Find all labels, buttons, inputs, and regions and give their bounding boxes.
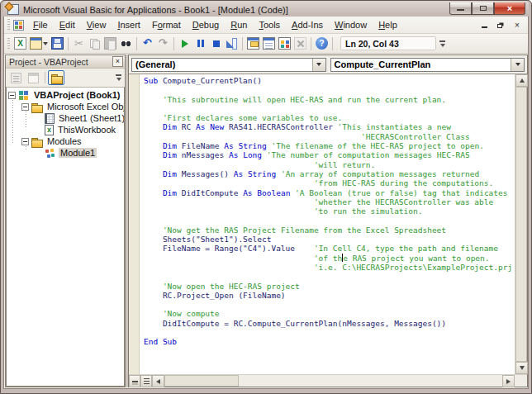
tree-item-label: Microsoft Excel Objects xyxy=(45,102,125,112)
redo-icon xyxy=(157,37,169,50)
insert-userform-button[interactable] xyxy=(28,36,44,51)
tree-item-label: Modules xyxy=(45,136,83,146)
folder-glyph-icon xyxy=(31,136,43,147)
properties-window-icon xyxy=(263,37,275,50)
design-mode-button[interactable] xyxy=(224,36,240,51)
toolbar-separator xyxy=(136,37,137,50)
properties-window-button[interactable] xyxy=(261,36,277,51)
toolbar-separator xyxy=(68,37,69,50)
menu-item-view[interactable]: View xyxy=(81,17,112,32)
close-button[interactable]: × xyxy=(494,2,525,15)
cut-button[interactable] xyxy=(71,36,87,51)
save-button[interactable] xyxy=(50,36,65,51)
chevron-down-icon[interactable] xyxy=(511,59,524,71)
chevron-down-icon[interactable] xyxy=(312,59,325,71)
code-line: Dim RC As New RAS41.HECRASController 'Th… xyxy=(144,122,515,131)
mdi-minimize-icon xyxy=(482,26,487,28)
code-line: FileName = Range("C4").Value 'In Cell C4… xyxy=(144,244,515,253)
code-line: 'whether the HECRASController was able xyxy=(144,197,515,206)
object-browser-button[interactable] xyxy=(277,36,292,51)
menubar-grip[interactable] xyxy=(7,19,10,31)
help-icon xyxy=(316,37,328,50)
panel-options-icon[interactable] xyxy=(116,74,121,81)
horizontal-scroll-thumb[interactable] xyxy=(164,375,239,387)
toolbar-separator xyxy=(242,37,243,50)
copy-button[interactable] xyxy=(87,36,102,51)
view-code-button[interactable] xyxy=(7,70,24,85)
project-explorer-button[interactable] xyxy=(245,36,261,51)
vertical-scrollbar[interactable] xyxy=(515,74,527,374)
maximize-button[interactable] xyxy=(472,2,494,15)
vertical-scroll-thumb[interactable] xyxy=(515,87,527,362)
menu-item-insert[interactable]: Insert xyxy=(112,17,146,32)
menu-item-window[interactable]: Window xyxy=(329,17,373,32)
chevron-down-icon[interactable] xyxy=(43,42,48,45)
collapse-icon[interactable] xyxy=(21,138,29,145)
code-line: Dim FileName As String 'The filename of … xyxy=(144,141,515,150)
horizontal-scroll-track[interactable] xyxy=(239,375,502,387)
code-line: 'Now get the RAS Project Filename from t… xyxy=(144,225,515,235)
tree-item-module1[interactable]: Module1 xyxy=(7,147,124,159)
tree-item-modules[interactable]: Modules xyxy=(7,135,124,147)
toggle-folders-button[interactable] xyxy=(48,70,64,85)
object-dropdown[interactable]: (General) xyxy=(131,58,326,72)
code-editor[interactable]: Sub Compute_CurrentPlan() 'This subrouti… xyxy=(140,74,515,374)
menu-item-debug[interactable]: Debug xyxy=(187,17,225,32)
paste-button[interactable] xyxy=(102,36,118,51)
toolbar-separator xyxy=(332,37,333,50)
code-line: Sub Compute_CurrentPlan() xyxy=(144,76,515,85)
toolbar-grip[interactable] xyxy=(7,38,10,50)
tree-item-thisworkbook[interactable]: ThisWorkbook xyxy=(7,124,124,135)
toolbox-icon xyxy=(294,37,306,50)
project-panel-close-button[interactable]: × xyxy=(112,56,123,67)
procedure-view-button[interactable] xyxy=(129,375,140,387)
menu-item-add-ins[interactable]: Add-Ins xyxy=(286,17,329,32)
procedure-dropdown[interactable]: Compute_CurrentPlan xyxy=(330,58,525,72)
break-button[interactable] xyxy=(192,36,208,51)
vba-document-icon[interactable] xyxy=(13,20,24,31)
tree-item-microsoft-excel-objects[interactable]: Microsoft Excel Objects xyxy=(7,101,124,112)
code-line: 'Now compute xyxy=(144,309,515,318)
mdi-restore-button[interactable] xyxy=(496,21,506,30)
menu-item-format[interactable]: Format xyxy=(146,17,187,32)
tree-item-sheet1-sheet1[interactable]: Sheet1 (Sheet1) xyxy=(7,112,124,124)
toolbox-button[interactable] xyxy=(292,36,308,51)
code-line: 'from HEC-RAS during the computations. xyxy=(144,178,515,188)
scroll-left-icon[interactable] xyxy=(152,375,164,387)
cut-icon xyxy=(73,37,85,50)
mdi-close-button[interactable]: × xyxy=(512,21,522,30)
tree-item-vbaproject-book1[interactable]: VBAProject (Book1) xyxy=(7,89,124,101)
code-line: Dim DidItCompute As Boolean 'A Boolean (… xyxy=(144,188,515,197)
scroll-right-icon[interactable] xyxy=(502,375,515,387)
undo-button[interactable] xyxy=(140,36,155,51)
toolbar-options-icon[interactable] xyxy=(439,40,445,47)
insert-userform-icon xyxy=(30,37,42,50)
workspace: Project - VBAProject × VBAProject (Book1… xyxy=(4,54,528,388)
code-line: RC.Project_Open (FileName) xyxy=(144,291,515,300)
collapse-icon[interactable] xyxy=(21,103,29,111)
reset-button[interactable] xyxy=(208,36,224,51)
scroll-up-icon[interactable] xyxy=(515,74,528,87)
minimize-button[interactable] xyxy=(449,2,472,15)
view-object-button[interactable] xyxy=(25,70,41,85)
toolbar-separator xyxy=(45,72,45,83)
menu-item-file[interactable]: File xyxy=(27,17,54,32)
collapse-icon[interactable] xyxy=(8,92,16,99)
full-module-view-button[interactable] xyxy=(140,375,152,387)
menu-item-tools[interactable]: Tools xyxy=(253,17,286,32)
view-microsoft-excel-button[interactable] xyxy=(12,36,28,51)
run-sub-button[interactable] xyxy=(177,36,192,51)
scroll-down-icon[interactable] xyxy=(515,362,528,374)
menu-item-edit[interactable]: Edit xyxy=(54,17,81,32)
mdi-minimize-button[interactable] xyxy=(479,21,489,30)
find-button[interactable] xyxy=(118,36,134,51)
menu-item-run[interactable]: Run xyxy=(225,17,253,32)
tree-item-label: ThisWorkbook xyxy=(56,125,117,135)
minimize-icon xyxy=(457,9,464,11)
menu-item-help[interactable]: Help xyxy=(373,17,403,32)
help-button[interactable] xyxy=(314,36,330,51)
menu-items: FileEditViewInsertFormatDebugRunToolsAdd… xyxy=(27,17,403,32)
toolbar-separator xyxy=(311,37,311,50)
margin-indicator-bar[interactable] xyxy=(129,74,140,374)
redo-button[interactable] xyxy=(155,36,171,51)
